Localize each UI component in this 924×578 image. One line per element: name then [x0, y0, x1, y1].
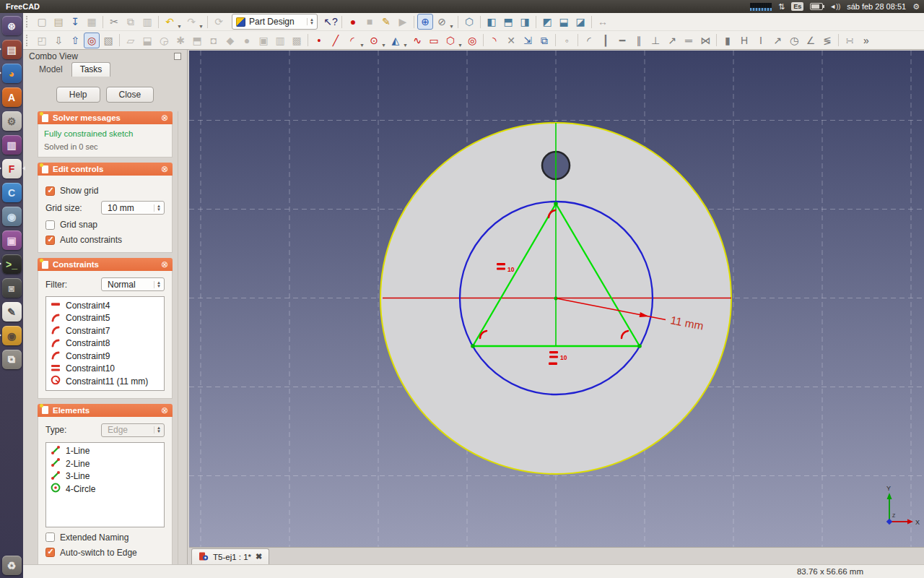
grid-size-input[interactable]: 10 mm ▲▼: [101, 201, 165, 215]
purple-app-icon[interactable]: ▥: [2, 135, 22, 155]
draw-style-icon[interactable]: ⊘▼: [434, 14, 450, 30]
battery-icon[interactable]: [810, 3, 823, 10]
edit-controls-header[interactable]: Edit controls ⊗: [38, 163, 173, 176]
close-button[interactable]: Close: [106, 87, 154, 103]
gimp-icon[interactable]: ◉: [2, 326, 22, 345]
ubuntu-dash-icon[interactable]: ⊛: [2, 16, 22, 35]
constraint-list[interactable]: Constraint4Constraint5Constraint7Constra…: [45, 296, 165, 391]
collapse-section-icon[interactable]: ⊗: [161, 164, 168, 174]
freecad-icon[interactable]: F: [2, 159, 22, 178]
auto-switch-checkbox[interactable]: [45, 548, 55, 557]
pad-icon[interactable]: ⬓: [139, 33, 155, 48]
constraint-angle-icon[interactable]: ∠: [803, 33, 819, 48]
constraint-list-item[interactable]: Constraint7: [46, 324, 164, 337]
new-part-icon[interactable]: ◰: [34, 33, 50, 48]
hole-icon[interactable]: ◘: [206, 33, 222, 48]
pocket-icon[interactable]: ⬒: [189, 33, 205, 48]
create-polyline-icon[interactable]: ∿: [409, 33, 425, 48]
view-axonometric-icon[interactable]: ⬡: [461, 14, 477, 30]
redo-icon[interactable]: ↷▼: [183, 14, 199, 30]
close-tab-icon[interactable]: ✖: [256, 552, 262, 561]
collapse-section-icon[interactable]: ⊗: [161, 405, 168, 415]
linear-pattern-icon[interactable]: ▥: [272, 33, 288, 48]
spinner-arrows-icon[interactable]: ▲▼: [154, 204, 161, 212]
element-list-item[interactable]: 2-Line: [46, 457, 164, 470]
dropdown-caret-icon[interactable]: ▼: [403, 38, 408, 53]
chamfer-icon[interactable]: ◆: [222, 33, 238, 48]
dropdown-caret-icon[interactable]: ▼: [381, 38, 386, 53]
show-grid-checkbox[interactable]: [45, 186, 55, 196]
float-panel-icon[interactable]: [174, 53, 181, 60]
fillet-feature-icon[interactable]: ●: [239, 33, 255, 48]
dropdown-arrows-icon[interactable]: ▲▼: [307, 18, 314, 25]
trim-icon[interactable]: ✕: [503, 33, 519, 48]
workbench-selector[interactable]: Part Design▲▼: [232, 14, 318, 30]
constraint-filter-select[interactable]: Normal ▲▼: [101, 277, 165, 291]
view-rear-icon[interactable]: ◩: [539, 14, 555, 30]
constraint-vertical-icon[interactable]: ┃: [598, 33, 614, 48]
system-settings-icon[interactable]: ⚙: [2, 111, 22, 131]
constraint-list-item[interactable]: Constraint10: [46, 363, 164, 376]
document-tab[interactable]: T5-ej1 : 1* ✖: [191, 548, 269, 564]
revolution-icon[interactable]: ◶: [156, 33, 172, 48]
element-list[interactable]: 1-Line2-Line3-Line4-Circle: [45, 442, 165, 527]
workspace-switcher-icon[interactable]: ⧉: [2, 350, 22, 369]
toggle-constraint-icon[interactable]: ∺: [842, 33, 858, 48]
create-circle-icon[interactable]: ⊙▼: [366, 33, 382, 48]
view-sketch-icon[interactable]: ◎: [84, 33, 100, 48]
create-arc-icon[interactable]: ◜▼: [344, 33, 360, 48]
network-monitor-icon[interactable]: [750, 3, 772, 11]
constraint-radius-icon[interactable]: ◷: [786, 33, 802, 48]
open-file-icon[interactable]: ▤: [51, 14, 66, 30]
create-conic-icon[interactable]: ◭▼: [388, 33, 404, 48]
auto-constraints-checkbox[interactable]: [45, 236, 55, 245]
constraint-vdistance-icon[interactable]: I: [753, 33, 769, 48]
volume-icon[interactable]: ◄)): [829, 3, 840, 10]
export-icon[interactable]: ⇧: [67, 33, 83, 48]
software-center-icon[interactable]: A: [2, 87, 22, 107]
keyboard-layout-badge[interactable]: Es: [791, 2, 803, 11]
create-rectangle-icon[interactable]: ▭: [426, 33, 442, 48]
constraint-parallel-icon[interactable]: ∥: [631, 33, 647, 48]
view-right-icon[interactable]: ◨: [517, 14, 533, 30]
clock[interactable]: sáb feb 28 08:51: [847, 2, 906, 11]
carbon-copy-icon[interactable]: ⧉: [536, 33, 552, 48]
constraint-perpendicular-icon[interactable]: ⊥: [648, 33, 663, 48]
constraint-list-item[interactable]: Constraint4: [46, 299, 164, 312]
view-top-icon[interactable]: ⬒: [500, 14, 516, 30]
constraint-list-item[interactable]: Constraint11 (11 mm): [46, 375, 164, 388]
print-icon[interactable]: ▦: [84, 14, 100, 30]
terminal-icon[interactable]: >_: [2, 254, 22, 274]
fillet-icon[interactable]: ◝: [487, 33, 502, 48]
groove-icon[interactable]: ✱: [173, 33, 188, 48]
measure-icon[interactable]: ↔: [595, 14, 611, 30]
fit-all-icon[interactable]: ⊕: [417, 14, 433, 30]
element-list-item[interactable]: 1-Line: [46, 445, 164, 458]
text-editor-icon[interactable]: ✎: [2, 302, 22, 322]
keysafe-icon[interactable]: ◙: [2, 278, 22, 298]
media-app-icon[interactable]: ▣: [2, 230, 22, 250]
create-point-icon[interactable]: •: [311, 33, 327, 48]
chromium-browser-icon[interactable]: ◉: [2, 207, 22, 226]
constraint-lock-icon[interactable]: ▮: [720, 33, 736, 48]
grid-snap-checkbox[interactable]: [45, 220, 55, 230]
firefox-icon[interactable]: ◕: [2, 64, 22, 83]
toolbar-overflow-icon[interactable]: »: [858, 33, 874, 48]
whats-this-icon[interactable]: ↖?: [323, 14, 339, 30]
constraint-list-item[interactable]: Constraint8: [46, 337, 164, 350]
constraint-distance-icon[interactable]: ↗: [770, 33, 785, 48]
tab-tasks[interactable]: Tasks: [71, 62, 111, 77]
extended-naming-checkbox[interactable]: [45, 532, 55, 542]
view-left-icon[interactable]: ◪: [572, 14, 588, 30]
session-gear-icon[interactable]: ⚙: [912, 2, 920, 12]
dropdown-caret-icon[interactable]: ▼: [359, 38, 365, 53]
dropdown-caret-icon[interactable]: ▼: [458, 38, 463, 53]
chromium-c-icon[interactable]: C: [2, 183, 22, 202]
construction-mode-icon[interactable]: ◦: [559, 33, 575, 48]
constraint-tangent-icon[interactable]: ↗: [664, 33, 680, 48]
constraint-equal-icon[interactable]: ═: [681, 33, 697, 48]
copy-icon[interactable]: ⧉: [123, 14, 139, 30]
sketcher-viewport[interactable]: 10 10 11 mm Y X Z: [189, 51, 924, 547]
arrows-updown-icon[interactable]: ⇅: [778, 2, 785, 12]
macro-edit-icon[interactable]: ✎: [378, 14, 394, 30]
